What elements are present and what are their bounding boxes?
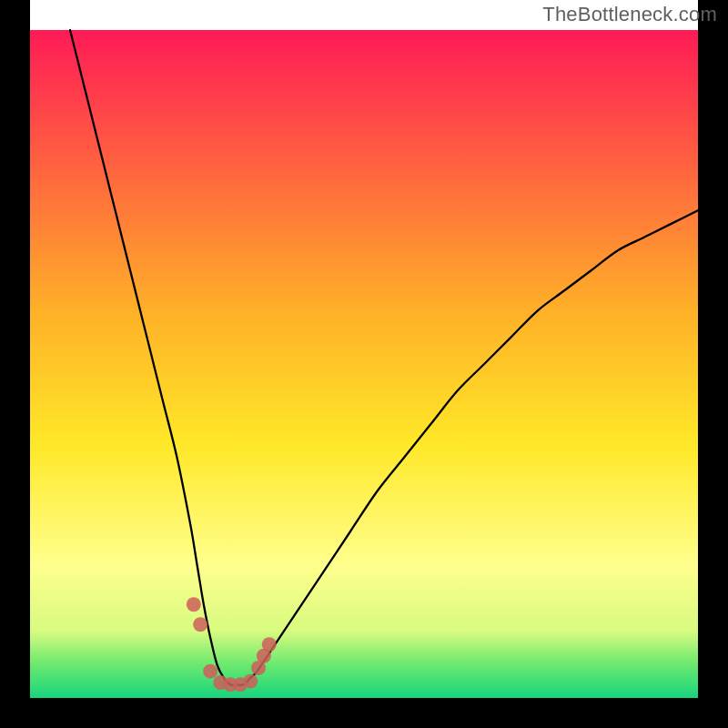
bottleneck-chart-svg [0, 0, 728, 728]
curve-marker [243, 674, 258, 689]
plot-background [30, 30, 698, 698]
curve-marker [262, 637, 277, 652]
curve-marker [187, 597, 201, 612]
frame-bottom [0, 698, 728, 728]
frame-left [0, 0, 30, 728]
chart-container: TheBottleneck.com [0, 0, 728, 728]
curve-marker [193, 617, 207, 632]
curve-marker [203, 664, 217, 679]
frame-right [698, 0, 728, 728]
